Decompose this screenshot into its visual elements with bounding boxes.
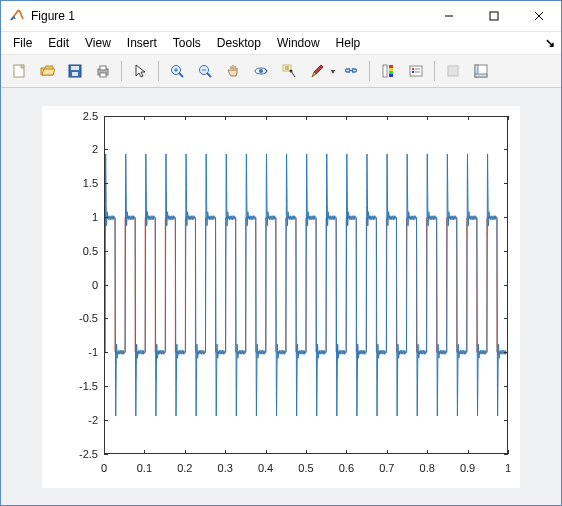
pan-button[interactable] (220, 59, 246, 83)
ytick-label: -2.5 (42, 448, 98, 460)
svg-rect-29 (389, 74, 393, 77)
ytick-label: 2 (42, 143, 98, 155)
ytick-label: 0 (42, 279, 98, 291)
plot-lines (105, 117, 507, 453)
show-plot-tools-button[interactable] (468, 59, 494, 83)
figure-window: Figure 1 File Edit View Insert Tools Des… (0, 0, 562, 506)
xtick-label: 0.6 (326, 462, 366, 474)
menu-edit[interactable]: Edit (40, 34, 77, 52)
toolbar-separator (158, 61, 159, 81)
svg-rect-25 (383, 65, 387, 77)
plot-axes[interactable] (104, 116, 508, 454)
xtick-label: 0.5 (286, 462, 326, 474)
data-cursor-button[interactable] (276, 59, 302, 83)
svg-rect-38 (475, 74, 487, 77)
xtick-label: 0.3 (205, 462, 245, 474)
ytick-label: -2 (42, 414, 98, 426)
matlab-figure-icon (9, 8, 25, 24)
svg-line-16 (207, 73, 211, 77)
menu-desktop[interactable]: Desktop (209, 34, 269, 52)
zoom-out-button[interactable] (192, 59, 218, 83)
new-figure-button[interactable] (6, 59, 32, 83)
svg-point-24 (290, 70, 293, 73)
rotate-3d-button[interactable] (248, 59, 274, 83)
ytick-label: -1 (42, 346, 98, 358)
ytick-label: 1.5 (42, 177, 98, 189)
axes-container: -2.5-2-1.5-1-0.500.511.522.5 00.10.20.30… (42, 106, 520, 488)
series-approx (105, 153, 507, 415)
svg-rect-6 (71, 66, 79, 70)
svg-line-12 (179, 73, 183, 77)
ytick-label: 0.5 (42, 245, 98, 257)
svg-rect-9 (100, 66, 106, 70)
insert-colorbar-button[interactable] (375, 59, 401, 83)
menu-help[interactable]: Help (328, 34, 369, 52)
svg-rect-35 (448, 66, 458, 76)
figure-canvas: -2.5-2-1.5-1-0.500.511.522.5 00.10.20.30… (1, 88, 561, 505)
toolbar: ▼ (1, 55, 561, 88)
menu-file[interactable]: File (5, 34, 40, 52)
insert-legend-button[interactable] (403, 59, 429, 83)
save-figure-button[interactable] (62, 59, 88, 83)
menubar: File Edit View Insert Tools Desktop Wind… (1, 32, 561, 55)
link-plot-button[interactable] (338, 59, 364, 83)
svg-point-19 (259, 69, 263, 73)
hide-plot-tools-button[interactable] (440, 59, 466, 83)
close-button[interactable] (516, 2, 561, 31)
toolbar-separator (369, 61, 370, 81)
print-figure-button[interactable] (90, 59, 116, 83)
xtick-label: 1 (488, 462, 528, 474)
menu-view[interactable]: View (77, 34, 119, 52)
brush-dropdown-icon[interactable]: ▼ (329, 68, 337, 75)
svg-rect-28 (389, 71, 393, 74)
menu-tools[interactable]: Tools (165, 34, 209, 52)
titlebar: Figure 1 (1, 1, 561, 32)
svg-rect-30 (410, 66, 422, 76)
zoom-in-button[interactable] (164, 59, 190, 83)
svg-rect-27 (389, 68, 393, 71)
xtick-label: 0.8 (407, 462, 447, 474)
toolbar-separator (434, 61, 435, 81)
xtick-label: 0.9 (448, 462, 488, 474)
xtick-label: 0.2 (165, 462, 205, 474)
xtick-label: 0 (84, 462, 124, 474)
svg-rect-1 (490, 12, 498, 20)
svg-rect-20 (283, 65, 291, 71)
minimize-button[interactable] (426, 2, 471, 31)
maximize-button[interactable] (471, 2, 516, 31)
window-title: Figure 1 (31, 9, 75, 23)
menu-more-icon[interactable]: ↘ (543, 36, 557, 50)
ytick-label: -0.5 (42, 312, 98, 324)
menu-window[interactable]: Window (269, 34, 328, 52)
ytick-label: -1.5 (42, 380, 98, 392)
xtick-label: 0.7 (367, 462, 407, 474)
ytick-label: 1 (42, 211, 98, 223)
edit-plot-button[interactable] (127, 59, 153, 83)
svg-rect-7 (72, 72, 78, 76)
xtick-label: 0.4 (246, 462, 286, 474)
toolbar-separator (121, 61, 122, 81)
xtick-label: 0.1 (124, 462, 164, 474)
open-file-button[interactable] (34, 59, 60, 83)
ytick-label: 2.5 (42, 110, 98, 122)
svg-rect-10 (100, 73, 106, 77)
menu-insert[interactable]: Insert (119, 34, 165, 52)
brush-button[interactable] (304, 59, 330, 83)
svg-rect-26 (389, 65, 393, 68)
